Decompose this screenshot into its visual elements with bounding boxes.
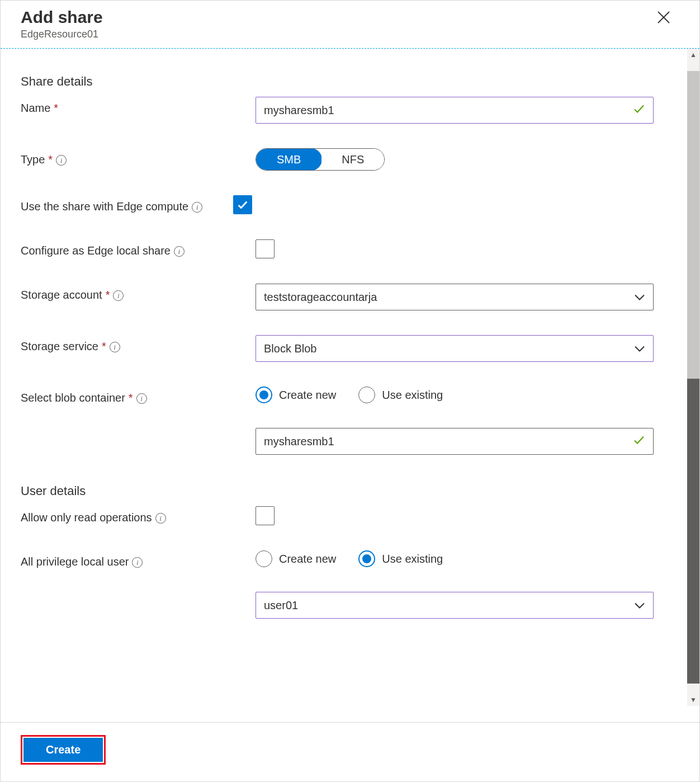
allow-read-label: Allow only read operations i bbox=[21, 506, 256, 526]
configure-local-label: Configure as Edge local share i bbox=[21, 239, 256, 259]
user-create-new-radio[interactable]: Create new bbox=[256, 550, 336, 567]
panel-subtitle: EdgeResource01 bbox=[21, 29, 679, 40]
chevron-down-icon bbox=[634, 342, 645, 355]
info-icon[interactable]: i bbox=[56, 155, 67, 166]
scrollbar-thumb-active[interactable] bbox=[687, 379, 699, 684]
scrollbar-up-icon[interactable]: ▲ bbox=[687, 49, 699, 61]
scrollbar-thumb[interactable] bbox=[687, 71, 699, 379]
name-input[interactable] bbox=[256, 97, 654, 124]
blob-create-new-radio[interactable]: Create new bbox=[256, 387, 336, 403]
close-icon bbox=[656, 10, 671, 25]
info-icon[interactable]: i bbox=[155, 513, 166, 524]
configure-local-checkbox[interactable] bbox=[256, 239, 275, 258]
privilege-user-value: user01 bbox=[264, 599, 298, 612]
required-indicator: * bbox=[106, 287, 110, 303]
info-icon[interactable]: i bbox=[174, 246, 185, 257]
edge-compute-label: Use the share with Edge compute i bbox=[21, 195, 233, 215]
storage-account-value: teststorageaccountarja bbox=[264, 291, 377, 304]
required-indicator: * bbox=[54, 100, 58, 116]
blob-use-existing-radio[interactable]: Use existing bbox=[358, 387, 443, 403]
privilege-user-label: All privilege local user i bbox=[21, 550, 256, 570]
section-user-details: User details bbox=[21, 484, 667, 498]
info-icon[interactable]: i bbox=[132, 557, 143, 568]
info-icon[interactable]: i bbox=[113, 290, 124, 301]
privilege-user-select[interactable]: user01 bbox=[256, 592, 654, 619]
type-option-nfs[interactable]: NFS bbox=[321, 149, 384, 170]
scroll-area: ▲ ▼ Share details Name * Type * i bbox=[1, 49, 699, 706]
storage-account-select[interactable]: teststorageaccountarja bbox=[256, 284, 654, 310]
form-content: Share details Name * Type * i SMB bbox=[1, 49, 699, 647]
footer: Create bbox=[1, 722, 699, 781]
info-icon[interactable]: i bbox=[192, 202, 202, 213]
edge-compute-checkbox[interactable] bbox=[233, 195, 252, 214]
name-label: Name * bbox=[21, 97, 256, 116]
storage-account-label: Storage account * i bbox=[21, 284, 256, 303]
type-label: Type * i bbox=[21, 148, 256, 168]
type-option-smb[interactable]: SMB bbox=[256, 148, 322, 171]
type-toggle: SMB NFS bbox=[256, 148, 385, 171]
allow-read-checkbox[interactable] bbox=[256, 506, 275, 525]
user-use-existing-radio[interactable]: Use existing bbox=[358, 550, 443, 567]
info-icon[interactable]: i bbox=[110, 342, 120, 352]
scrollbar[interactable]: ▲ ▼ bbox=[687, 49, 699, 706]
storage-service-label: Storage service * i bbox=[21, 335, 256, 355]
panel-title: Add share bbox=[21, 7, 679, 27]
blob-container-label: Select blob container * i bbox=[21, 387, 256, 406]
blob-container-input[interactable] bbox=[256, 428, 654, 455]
valid-check-icon bbox=[632, 434, 646, 450]
chevron-down-icon bbox=[634, 291, 645, 304]
storage-service-value: Block Blob bbox=[264, 342, 317, 355]
storage-service-select[interactable]: Block Blob bbox=[256, 335, 654, 362]
valid-check-icon bbox=[632, 102, 646, 119]
create-button-highlight: Create bbox=[21, 735, 106, 765]
close-button[interactable] bbox=[655, 8, 673, 26]
chevron-down-icon bbox=[634, 599, 645, 612]
scrollbar-down-icon[interactable]: ▼ bbox=[687, 694, 699, 706]
required-indicator: * bbox=[48, 152, 53, 168]
create-button[interactable]: Create bbox=[23, 738, 103, 762]
section-share-details: Share details bbox=[21, 74, 667, 89]
info-icon[interactable]: i bbox=[136, 393, 147, 404]
required-indicator: * bbox=[129, 390, 133, 406]
panel-header: Add share EdgeResource01 bbox=[1, 1, 699, 45]
required-indicator: * bbox=[102, 338, 106, 355]
